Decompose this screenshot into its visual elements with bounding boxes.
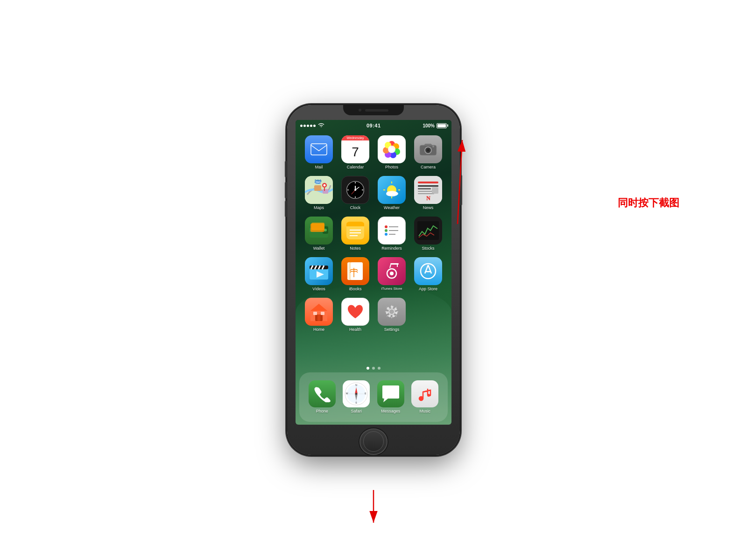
phone-dock-icon: [309, 380, 336, 407]
wifi-icon: [318, 123, 324, 128]
settings-label: Settings: [384, 327, 400, 332]
svg-point-12: [427, 149, 429, 151]
page-dot-2: [372, 367, 375, 370]
svg-rect-0: [311, 144, 327, 155]
svg-line-79: [390, 265, 391, 268]
battery-fill: [437, 124, 446, 127]
svg-point-59: [385, 225, 388, 228]
weather-icon: [378, 176, 406, 204]
messages-dock-label: Messages: [381, 409, 400, 413]
app-ibooks[interactable]: iBooks: [339, 257, 372, 291]
signal-dot-2: [303, 125, 306, 127]
safari-dock-icon: N S E W: [343, 380, 370, 407]
app-settings[interactable]: Settings: [375, 298, 408, 332]
health-icon: [341, 298, 369, 326]
svg-point-90: [389, 309, 394, 314]
page-container: 09:41 100%: [0, 0, 747, 560]
maps-icon: 280 280: [305, 176, 333, 204]
app-itunes[interactable]: iTunes Store: [375, 257, 408, 291]
sensor-bar: [343, 105, 404, 115]
page-dot-1: [366, 367, 369, 370]
app-clock[interactable]: Clock: [339, 176, 372, 210]
clock-label: Clock: [350, 205, 361, 210]
app-maps[interactable]: 280 280 Maps: [303, 176, 335, 210]
news-icon: 𝐍: [414, 176, 442, 204]
battery-icon: [437, 123, 447, 128]
app-appstore[interactable]: App Store: [412, 257, 444, 291]
svg-rect-16: [323, 189, 328, 194]
appstore-label: App Store: [419, 287, 437, 291]
appstore-icon: [414, 257, 442, 285]
stocks-label: Stocks: [422, 246, 434, 251]
signal-dot-3: [307, 125, 309, 127]
app-camera[interactable]: Camera: [412, 135, 444, 169]
wallet-label: Wallet: [313, 246, 325, 251]
page-indicators: [296, 367, 451, 370]
battery-area: 100%: [423, 123, 447, 128]
music-dock-icon: [411, 380, 438, 407]
home-icon: [305, 298, 333, 326]
app-reminders[interactable]: Reminders: [375, 217, 408, 251]
svg-point-103: [427, 394, 430, 397]
calendar-day: 7: [341, 140, 369, 163]
calendar-label: Calendar: [347, 165, 364, 169]
dock-messages[interactable]: Messages: [377, 380, 404, 413]
svg-rect-41: [418, 185, 438, 187]
ibooks-icon: [341, 257, 369, 285]
app-home[interactable]: Home: [303, 298, 335, 332]
home-button[interactable]: [359, 428, 388, 455]
signal-dot-4: [310, 125, 312, 127]
svg-marker-83: [310, 304, 327, 311]
app-notes[interactable]: Notes: [339, 217, 372, 251]
svg-rect-42: [418, 188, 431, 189]
dock-phone[interactable]: Phone: [309, 380, 336, 413]
notes-icon: [341, 217, 369, 245]
svg-text:280: 280: [315, 181, 321, 184]
signal-area: [300, 123, 324, 128]
app-videos[interactable]: Videos: [303, 257, 335, 291]
annotation-text: 同时按下截图: [618, 196, 679, 210]
svg-rect-65: [417, 221, 439, 240]
phone-dock-label: Phone: [316, 409, 328, 413]
svg-text:N: N: [355, 384, 357, 387]
dock: Phone: [299, 372, 448, 422]
wallet-icon: [305, 217, 333, 245]
svg-rect-85: [317, 315, 320, 321]
app-wallet[interactable]: Wallet: [303, 217, 335, 251]
svg-rect-55: [346, 224, 364, 226]
dock-safari[interactable]: N S E W Safari: [343, 380, 370, 413]
app-stocks[interactable]: Stocks: [412, 217, 444, 251]
svg-point-97: [355, 393, 357, 395]
clock-icon: [341, 176, 369, 204]
news-label: News: [423, 205, 434, 210]
app-news[interactable]: 𝐍 News: [412, 176, 444, 210]
camera-label: Camera: [421, 165, 436, 169]
stocks-icon: [414, 217, 442, 245]
app-weather[interactable]: Weather: [375, 176, 408, 210]
battery-box: [437, 123, 447, 128]
videos-icon: [305, 257, 333, 285]
svg-text:𝐍: 𝐍: [426, 195, 430, 202]
reminders-icon: [378, 217, 406, 245]
app-grid: Mail Wednesday 7 Calendar: [300, 133, 447, 334]
svg-rect-40: [418, 182, 438, 183]
app-photos[interactable]: Photos: [375, 135, 408, 169]
app-mail[interactable]: Mail: [303, 135, 335, 169]
svg-point-77: [390, 272, 394, 275]
settings-icon: [378, 298, 406, 326]
itunes-icon: [378, 257, 406, 285]
svg-point-30: [354, 189, 356, 191]
notes-label: Notes: [350, 246, 361, 251]
status-time: 09:41: [366, 123, 381, 128]
app-calendar[interactable]: Wednesday 7 Calendar: [339, 135, 372, 169]
messages-dock-icon: [377, 380, 404, 407]
dock-music[interactable]: Music: [411, 380, 438, 413]
signal-dot-1: [300, 125, 303, 127]
svg-point-60: [385, 229, 388, 232]
itunes-label: iTunes Store: [381, 287, 402, 291]
calendar-icon: Wednesday 7: [341, 135, 369, 163]
app-health[interactable]: Health: [339, 298, 372, 332]
home-app-label: Home: [313, 327, 324, 332]
ibooks-label: iBooks: [349, 287, 361, 291]
svg-line-104: [423, 390, 430, 392]
